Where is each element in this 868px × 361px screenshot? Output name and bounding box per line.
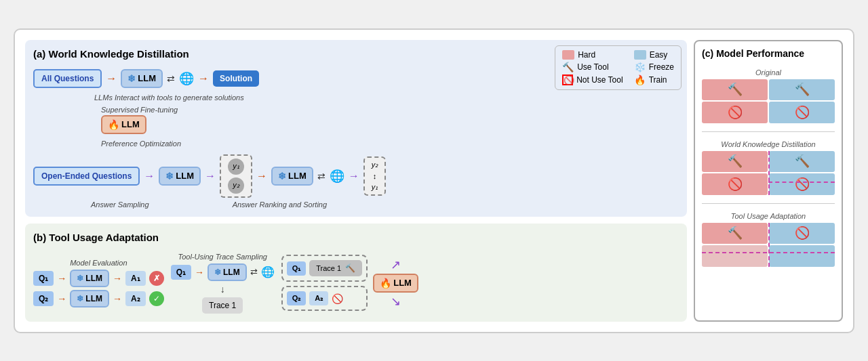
notool-orig-easy: 🚫 bbox=[795, 105, 810, 120]
legend-train-label: Train bbox=[649, 75, 667, 85]
answer-ranking-text: Answer Ranking and Sorting bbox=[233, 200, 327, 209]
tua-hard-tool: 🔨 bbox=[702, 223, 768, 245]
b-dashed-groups: Q₁ Trace 1 🔨 Q₂ A₂ 🚫 bbox=[281, 255, 368, 311]
llm-freeze-node: ❄ LLM bbox=[121, 69, 163, 88]
tua-grid-container: 🔨 🚫 bbox=[702, 223, 835, 267]
original-label: Original bbox=[702, 68, 835, 77]
arrow-right-3: → bbox=[144, 170, 155, 182]
q2-label: Q₂ bbox=[33, 291, 54, 306]
b-arrow-4: → bbox=[113, 293, 122, 304]
b-llm2: ❄ LLM bbox=[70, 290, 109, 307]
q2-a2-label: Q₂ bbox=[287, 291, 307, 305]
snowflake-icon-3: ❄ bbox=[278, 171, 286, 182]
q1-trace: Q₁ bbox=[171, 265, 191, 280]
trace1-box-text: Trace 1 bbox=[209, 301, 236, 310]
wkd-easy-notool: 🚫 bbox=[769, 173, 835, 195]
y1-label: y₁ bbox=[228, 158, 244, 175]
arrow-right-2: → bbox=[198, 72, 209, 85]
notool-tua-easy: 🚫 bbox=[795, 226, 810, 240]
wkd-dashed-v bbox=[768, 151, 770, 195]
llm-freeze-node-3: ❄ LLM bbox=[271, 167, 313, 186]
section-c-header: (c) Model Performance bbox=[702, 48, 835, 59]
wkd-dashed-h bbox=[768, 182, 835, 183]
hammer-icon-b: 🔨 bbox=[345, 263, 355, 273]
llm-freeze-node-2: ❄ LLM bbox=[159, 167, 201, 186]
trace1-label: Trace 1 🔨 bbox=[309, 260, 362, 276]
left-panel: (a) World Knowledge Distillation Hard Ea… bbox=[25, 40, 687, 322]
solution-box: Solution bbox=[213, 70, 259, 87]
wkd-label: World Knowledge Distillation bbox=[702, 140, 835, 148]
original-grid: 🔨 🔨 🚫 🚫 bbox=[702, 79, 835, 123]
section-b-title: (b) Tool Usage Adaptation bbox=[33, 232, 159, 243]
model-eval-section: Model Evaluation Q₁ → ❄ LLM → A₁ ✗ Q₂ bbox=[33, 259, 164, 307]
q1-text: Q₁ bbox=[39, 274, 48, 283]
section-a-title-text: World Knowledge Distillation bbox=[49, 48, 189, 60]
section-b-header: (b) Tool Usage Adaptation bbox=[33, 232, 679, 249]
globe-icon-b: 🌐 bbox=[261, 266, 275, 278]
llm2-label: LLM bbox=[176, 171, 194, 181]
hard-box bbox=[562, 50, 574, 60]
section-b-letter: (b) bbox=[33, 232, 46, 243]
trace-row: Q₁ → ❄ LLM ⇄ 🌐 bbox=[171, 263, 275, 281]
rank-y2-text: y₂ bbox=[372, 161, 378, 169]
b-llm1: ❄ LLM bbox=[70, 270, 109, 287]
section-a-letter: (a) bbox=[33, 48, 45, 60]
divider-1 bbox=[702, 131, 835, 132]
section-c-letter: (c) bbox=[702, 48, 713, 59]
tua-dashed-v bbox=[768, 223, 770, 267]
b-arrow-2: → bbox=[113, 273, 122, 284]
b-snowflake-2: ❄ bbox=[77, 294, 83, 303]
double-arrow-b: ⇄ bbox=[250, 267, 258, 277]
hammer-wkd-hard: 🔨 bbox=[728, 154, 743, 169]
answer-sampling-label: Answer Sampling Answer Ranking and Sorti… bbox=[91, 200, 567, 209]
arrow-right-6: → bbox=[349, 170, 359, 182]
wkd-hard-tool: 🔨 bbox=[702, 151, 768, 173]
arrow-right-4: → bbox=[205, 170, 216, 182]
globe-icon-2: 🌐 bbox=[330, 169, 344, 184]
y-dashed-box: y₁ y₂ bbox=[220, 154, 252, 198]
pref-opt-container: Preference Optimization bbox=[101, 137, 567, 149]
tua-label: Tool Usage Adaptation bbox=[702, 212, 835, 220]
section-a-title: (a) World Knowledge Distillation bbox=[33, 48, 189, 60]
curved-arrow-down: ↘ bbox=[391, 294, 401, 309]
divider-2 bbox=[702, 203, 835, 204]
y2-label: y₂ bbox=[228, 177, 244, 194]
a2-b-label: A₂ bbox=[309, 291, 328, 305]
section-c-title: Model Performance bbox=[716, 48, 804, 59]
legend-easy-label: Easy bbox=[650, 50, 668, 60]
section-a: (a) World Knowledge Distillation Hard Ea… bbox=[25, 40, 687, 217]
all-questions-label: All Questions bbox=[41, 74, 94, 83]
b-arrow-1: → bbox=[57, 273, 66, 284]
legend-not-use-tool-label: Not Use Tool bbox=[576, 75, 623, 85]
llm1-label: LLM bbox=[138, 73, 156, 83]
row-top: All Questions → ❄ LLM ⇄ 🌐 → Solution bbox=[33, 69, 567, 88]
a2-label: A₂ bbox=[125, 291, 146, 306]
b-snowflake-3: ❄ bbox=[214, 268, 221, 277]
a2-text: A₂ bbox=[131, 294, 140, 303]
arrow-right-1: → bbox=[106, 72, 117, 85]
b-llm2-text: LLM bbox=[85, 294, 102, 303]
wkd-easy-tool: 🔨 bbox=[769, 151, 835, 173]
hammer-orig-easy: 🔨 bbox=[795, 82, 810, 97]
q2-text: Q₂ bbox=[39, 294, 48, 303]
all-questions-box: All Questions bbox=[33, 69, 102, 88]
llm-train-label: LLM bbox=[121, 119, 140, 129]
orig-easy-tool: 🔨 bbox=[769, 79, 835, 101]
snowflake-icon-1: ❄ bbox=[127, 73, 136, 84]
row-bottom: Open-Ended Questions → ❄ LLM → y₁ bbox=[33, 154, 567, 198]
no-tool-icon: 🚫 bbox=[562, 75, 573, 85]
main-container: (a) World Knowledge Distillation Hard Ea… bbox=[14, 28, 854, 333]
llm3-label: LLM bbox=[288, 171, 307, 181]
rank-y1: y₁ bbox=[372, 183, 378, 192]
arrow-right-5: → bbox=[256, 170, 267, 182]
open-ended-box: Open-Ended Questions bbox=[33, 167, 140, 186]
trace-sampling-section: Tool-Using Trace Sampling Q₁ → ❄ LLM ⇄ 🌐… bbox=[171, 253, 275, 314]
llm-train-node: 🔥 LLM bbox=[101, 115, 146, 134]
a1-label: A₁ bbox=[125, 271, 146, 286]
open-ended-label: Open-Ended Questions bbox=[41, 171, 132, 181]
b-llm3: ❄ LLM bbox=[208, 263, 247, 281]
b-llm-fire: 🔥 LLM bbox=[373, 274, 418, 293]
legend-use-tool-label: Use Tool bbox=[577, 62, 608, 72]
solution-label: Solution bbox=[220, 74, 252, 83]
rank-y1-text: y₁ bbox=[372, 183, 378, 191]
